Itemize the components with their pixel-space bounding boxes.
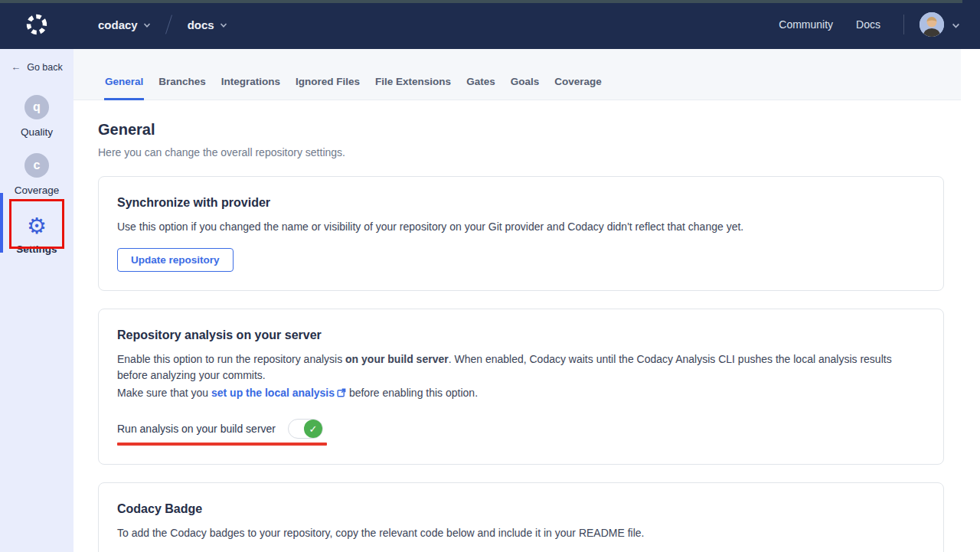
codacy-logo-icon: [25, 13, 48, 36]
run-analysis-toggle[interactable]: ✓: [288, 419, 323, 439]
toggle-label: Run analysis on your build server: [117, 423, 276, 435]
tab-branches[interactable]: Branches: [158, 76, 207, 100]
org-menu[interactable]: codacy: [98, 18, 150, 31]
card-title: Repository analysis on your server: [117, 328, 925, 342]
nav-divider: [903, 15, 904, 34]
nav-link-docs[interactable]: Docs: [856, 18, 880, 31]
card-body: Use this option if you changed the name …: [117, 219, 925, 235]
chevron-down-icon: [220, 21, 227, 28]
user-avatar[interactable]: [920, 12, 944, 37]
sidebar-item-settings[interactable]: ⚙ Settings: [0, 214, 74, 255]
navbar-right: Community Docs: [779, 12, 959, 37]
card-body: Enable this option to run the repository…: [117, 351, 925, 384]
chevron-down-icon: [143, 21, 150, 28]
codacy-logo[interactable]: [0, 13, 74, 36]
tab-gates[interactable]: Gates: [466, 76, 496, 100]
go-back-label: Go back: [27, 62, 63, 73]
sidebar-item-label: Settings: [16, 243, 57, 255]
quality-icon: q: [24, 95, 49, 119]
repo-menu-label: docs: [188, 18, 214, 31]
go-back-button[interactable]: ← Go back: [0, 61, 74, 73]
toggle-row: Run analysis on your build server ✓: [117, 419, 925, 439]
main-area: General Branches Integrations Ignored Fi…: [74, 49, 961, 552]
page-title: General: [98, 121, 961, 139]
page-subtitle: Here you can change the overall reposito…: [98, 146, 961, 158]
tab-file-extensions[interactable]: File Extensions: [374, 76, 452, 100]
active-item-indicator: [0, 193, 3, 253]
external-link-icon: [337, 386, 346, 402]
card-body-line2: Make sure that you set up the local anal…: [117, 385, 925, 402]
right-gutter: [961, 49, 980, 552]
tab-goals[interactable]: Goals: [510, 76, 541, 100]
chevron-down-icon[interactable]: [952, 21, 959, 28]
window-edge-strip: [0, 0, 962, 3]
card-title: Synchronize with provider: [117, 196, 925, 210]
sidebar: ← Go back q Quality c Coverage ⚙ Setting…: [0, 49, 74, 552]
sidebar-item-label: Coverage: [15, 185, 60, 196]
card-body: To add the Codacy badges to your reposit…: [117, 525, 925, 541]
tab-ignored-files[interactable]: Ignored Files: [295, 76, 361, 100]
settings-tab-bar: General Branches Integrations Ignored Fi…: [74, 49, 961, 100]
app-root: codacy docs Community Docs: [0, 0, 980, 552]
card-synchronize-with-provider: Synchronize with provider Use this optio…: [98, 176, 944, 291]
top-navbar: codacy docs Community Docs: [0, 0, 980, 49]
breadcrumb-slash: [165, 15, 172, 34]
bold-text: on your build server: [345, 353, 449, 365]
coverage-icon: c: [24, 153, 49, 178]
org-menu-label: codacy: [98, 18, 138, 31]
gear-icon: ⚙: [27, 214, 47, 239]
repo-menu[interactable]: docs: [188, 18, 227, 31]
sidebar-item-coverage[interactable]: c Coverage: [0, 153, 74, 196]
card-title: Codacy Badge: [117, 502, 925, 516]
tab-general[interactable]: General: [104, 76, 144, 100]
card-codacy-badge: Codacy Badge To add the Codacy badges to…: [98, 482, 944, 552]
sidebar-item-quality[interactable]: q Quality: [0, 95, 74, 138]
toggle-check-icon: ✓: [304, 420, 322, 438]
tab-integrations[interactable]: Integrations: [220, 76, 281, 100]
nav-link-community[interactable]: Community: [779, 18, 833, 31]
tab-coverage[interactable]: Coverage: [554, 76, 603, 100]
card-repository-analysis: Repository analysis on your server Enabl…: [98, 309, 944, 465]
breadcrumb: codacy docs: [98, 15, 227, 34]
update-repository-button[interactable]: Update repository: [117, 248, 234, 272]
sidebar-item-label: Quality: [21, 126, 53, 138]
settings-content: General Here you can change the overall …: [74, 100, 961, 552]
setup-local-analysis-link[interactable]: set up the local analysis: [211, 387, 335, 399]
back-arrow-icon: ←: [11, 61, 21, 73]
annotation-red-underline: [117, 443, 327, 446]
